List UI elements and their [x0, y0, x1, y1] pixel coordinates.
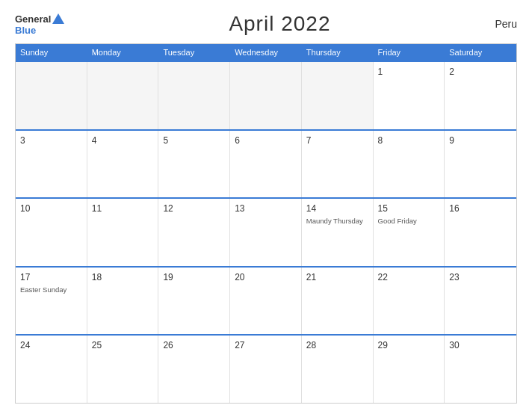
day-cell: 27 [230, 336, 302, 403]
day-cell: 8 [374, 131, 445, 198]
day-cell: 20 [230, 268, 302, 335]
day-number: 29 [378, 339, 440, 352]
day-number: 30 [449, 339, 512, 352]
week-row-3: 1011121314Maundy Thursday15Good Friday16 [16, 197, 516, 266]
day-cell: 17Easter Sunday [16, 268, 87, 335]
logo-general-text: General [15, 14, 51, 24]
page: General Blue April 2022 Peru Sunday Mond… [0, 0, 532, 411]
day-cell: 29 [374, 336, 445, 403]
day-number: 26 [163, 339, 225, 352]
day-number: 18 [92, 271, 154, 284]
day-number: 14 [306, 203, 368, 215]
day-cell: 25 [87, 336, 159, 403]
day-number: 7 [306, 135, 368, 147]
day-cell: 30 [445, 336, 516, 403]
day-number: 13 [235, 203, 297, 215]
day-number: 11 [92, 203, 154, 215]
day-number: 16 [449, 203, 512, 215]
day-cell: 19 [158, 268, 230, 335]
header-wednesday: Wednesday [230, 44, 302, 61]
week-row-1: 12 [16, 61, 516, 129]
calendar: Sunday Monday Tuesday Wednesday Thursday… [15, 43, 517, 404]
day-number: 20 [235, 271, 297, 284]
day-cell: 11 [87, 199, 159, 266]
day-event: Good Friday [378, 217, 440, 226]
day-number: 22 [378, 271, 440, 284]
day-cell: 4 [87, 131, 159, 198]
day-number: 21 [306, 271, 368, 284]
day-cell [87, 62, 159, 129]
day-number: 24 [20, 339, 82, 352]
month-title: April 2022 [229, 12, 330, 36]
day-event: Easter Sunday [20, 285, 82, 294]
day-cell [16, 62, 87, 129]
country-label: Peru [495, 18, 517, 30]
day-cell: 13 [230, 199, 302, 266]
day-cell: 18 [87, 268, 159, 335]
day-number: 5 [163, 135, 225, 147]
logo-block: General Blue [15, 13, 64, 35]
day-number: 12 [163, 203, 225, 215]
logo-triangle-icon [52, 13, 64, 24]
day-number: 8 [378, 135, 440, 147]
header-saturday: Saturday [445, 44, 516, 61]
day-headers: Sunday Monday Tuesday Wednesday Thursday… [16, 44, 516, 61]
day-cell: 14Maundy Thursday [302, 199, 374, 266]
day-cell [158, 62, 230, 129]
week-row-4: 17Easter Sunday181920212223 [16, 266, 516, 335]
day-cell [302, 62, 374, 129]
day-number: 25 [92, 339, 154, 352]
day-cell: 21 [302, 268, 374, 335]
day-cell: 24 [16, 336, 87, 403]
day-cell: 10 [16, 199, 87, 266]
day-number: 15 [378, 203, 440, 215]
day-cell: 12 [158, 199, 230, 266]
header-thursday: Thursday [302, 44, 374, 61]
day-number: 3 [20, 135, 82, 147]
header: General Blue April 2022 Peru [15, 12, 517, 36]
day-cell: 6 [230, 131, 302, 198]
header-friday: Friday [374, 44, 445, 61]
day-number: 4 [92, 135, 154, 147]
day-cell: 28 [302, 336, 374, 403]
day-cell: 9 [445, 131, 516, 198]
day-cell [230, 62, 302, 129]
weeks-container: 1234567891011121314Maundy Thursday15Good… [16, 61, 516, 403]
day-number: 28 [306, 339, 368, 352]
day-number: 23 [449, 271, 512, 284]
day-cell: 23 [445, 268, 516, 335]
day-number: 19 [163, 271, 225, 284]
logo-blue-text: Blue [15, 25, 36, 35]
day-number: 10 [20, 203, 82, 215]
day-number: 9 [449, 135, 512, 147]
day-number: 2 [449, 66, 512, 78]
day-cell: 16 [445, 199, 516, 266]
day-cell: 3 [16, 131, 87, 198]
day-number: 27 [235, 339, 297, 352]
day-cell: 5 [158, 131, 230, 198]
day-cell: 2 [445, 62, 516, 129]
day-cell: 7 [302, 131, 374, 198]
logo: General Blue [15, 13, 64, 35]
day-cell: 26 [158, 336, 230, 403]
header-monday: Monday [87, 44, 159, 61]
day-cell: 15Good Friday [374, 199, 445, 266]
day-number: 6 [235, 135, 297, 147]
week-row-2: 3456789 [16, 129, 516, 198]
header-tuesday: Tuesday [158, 44, 230, 61]
day-cell: 22 [374, 268, 445, 335]
day-number: 17 [20, 271, 82, 284]
logo-top-row: General [15, 13, 64, 25]
header-sunday: Sunday [16, 44, 87, 61]
day-number: 1 [378, 66, 440, 78]
day-cell: 1 [374, 62, 445, 129]
day-event: Maundy Thursday [306, 217, 368, 226]
week-row-5: 24252627282930 [16, 334, 516, 403]
